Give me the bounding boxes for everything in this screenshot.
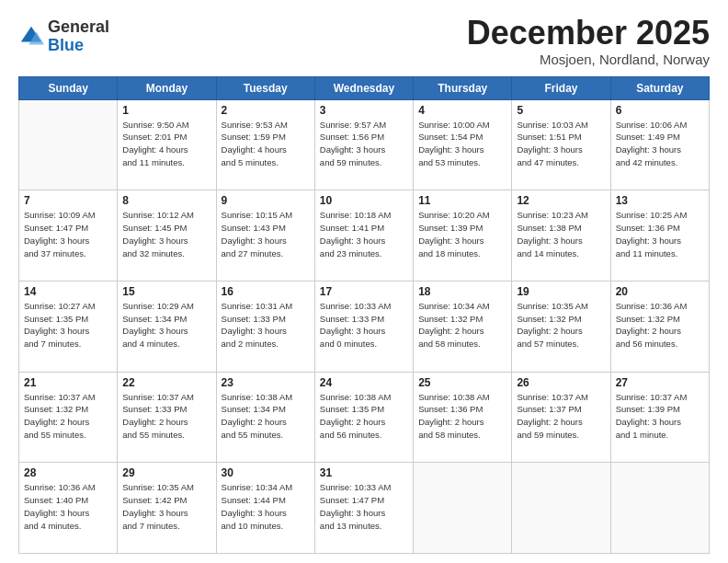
day-info: Sunrise: 10:27 AM Sunset: 1:35 PM Daylig…	[24, 300, 112, 350]
calendar-cell: 12Sunrise: 10:23 AM Sunset: 1:38 PM Dayl…	[512, 190, 610, 282]
weekday-saturday: Saturday	[610, 76, 709, 99]
day-info: Sunrise: 9:57 AM Sunset: 1:56 PM Dayligh…	[320, 119, 408, 169]
day-number: 2	[222, 104, 310, 117]
week-row-3: 14Sunrise: 10:27 AM Sunset: 1:35 PM Dayl…	[19, 281, 710, 372]
day-number: 16	[222, 285, 310, 298]
day-info: Sunrise: 10:29 AM Sunset: 1:34 PM Daylig…	[122, 300, 210, 350]
day-number: 23	[222, 376, 310, 389]
calendar-cell: 16Sunrise: 10:31 AM Sunset: 1:33 PM Dayl…	[216, 281, 314, 372]
title-block: December 2025 Mosjoen, Nordland, Norway	[467, 15, 710, 67]
day-number: 30	[222, 466, 310, 479]
day-number: 4	[418, 104, 506, 117]
day-number: 20	[616, 285, 704, 298]
day-number: 5	[517, 104, 605, 117]
calendar-cell	[512, 463, 610, 554]
logo-icon	[18, 24, 44, 50]
calendar-cell: 8Sunrise: 10:12 AM Sunset: 1:45 PM Dayli…	[118, 190, 216, 282]
calendar-cell: 2Sunrise: 9:53 AM Sunset: 1:59 PM Daylig…	[216, 99, 314, 190]
calendar-cell: 25Sunrise: 10:38 AM Sunset: 1:36 PM Dayl…	[414, 372, 512, 463]
calendar-cell: 14Sunrise: 10:27 AM Sunset: 1:35 PM Dayl…	[19, 281, 118, 372]
weekday-thursday: Thursday	[414, 76, 512, 99]
day-info: Sunrise: 10:35 AM Sunset: 1:32 PM Daylig…	[517, 300, 605, 350]
day-number: 27	[616, 376, 704, 389]
day-info: Sunrise: 10:20 AM Sunset: 1:39 PM Daylig…	[418, 209, 506, 259]
calendar-cell: 1Sunrise: 9:50 AM Sunset: 2:01 PM Daylig…	[118, 99, 216, 190]
calendar-cell: 22Sunrise: 10:37 AM Sunset: 1:33 PM Dayl…	[118, 372, 216, 463]
calendar-cell: 15Sunrise: 10:29 AM Sunset: 1:34 PM Dayl…	[118, 281, 216, 372]
calendar-cell: 31Sunrise: 10:33 AM Sunset: 1:47 PM Dayl…	[314, 463, 413, 554]
weekday-sunday: Sunday	[19, 76, 118, 99]
calendar-cell: 26Sunrise: 10:37 AM Sunset: 1:37 PM Dayl…	[512, 372, 610, 463]
day-info: Sunrise: 10:35 AM Sunset: 1:42 PM Daylig…	[122, 481, 210, 532]
day-number: 1	[122, 104, 210, 117]
day-number: 29	[122, 466, 210, 479]
day-info: Sunrise: 10:06 AM Sunset: 1:49 PM Daylig…	[616, 119, 704, 169]
day-info: Sunrise: 10:38 AM Sunset: 1:35 PM Daylig…	[320, 391, 408, 442]
calendar-cell: 19Sunrise: 10:35 AM Sunset: 1:32 PM Dayl…	[512, 281, 610, 372]
calendar-cell	[19, 99, 118, 190]
location: Mosjoen, Nordland, Norway	[467, 52, 710, 67]
calendar-cell	[414, 463, 512, 554]
day-info: Sunrise: 10:34 AM Sunset: 1:32 PM Daylig…	[418, 300, 506, 350]
month-title: December 2025	[467, 15, 710, 52]
weekday-wednesday: Wednesday	[314, 76, 413, 99]
day-number: 24	[320, 376, 408, 389]
day-info: Sunrise: 10:12 AM Sunset: 1:45 PM Daylig…	[122, 209, 210, 259]
day-number: 6	[616, 104, 704, 117]
day-info: Sunrise: 10:33 AM Sunset: 1:33 PM Daylig…	[320, 300, 408, 350]
calendar-cell: 30Sunrise: 10:34 AM Sunset: 1:44 PM Dayl…	[216, 463, 314, 554]
calendar-cell: 17Sunrise: 10:33 AM Sunset: 1:33 PM Dayl…	[314, 281, 413, 372]
day-info: Sunrise: 10:09 AM Sunset: 1:47 PM Daylig…	[24, 209, 112, 259]
weekday-header: SundayMondayTuesdayWednesdayThursdayFrid…	[19, 76, 710, 99]
calendar-cell: 7Sunrise: 10:09 AM Sunset: 1:47 PM Dayli…	[19, 190, 118, 282]
day-number: 9	[222, 194, 310, 207]
calendar-cell: 23Sunrise: 10:38 AM Sunset: 1:34 PM Dayl…	[216, 372, 314, 463]
calendar-cell: 6Sunrise: 10:06 AM Sunset: 1:49 PM Dayli…	[610, 99, 709, 190]
day-info: Sunrise: 9:50 AM Sunset: 2:01 PM Dayligh…	[122, 119, 210, 169]
day-info: Sunrise: 10:33 AM Sunset: 1:47 PM Daylig…	[320, 481, 408, 532]
day-info: Sunrise: 10:37 AM Sunset: 1:37 PM Daylig…	[517, 391, 605, 442]
calendar-cell: 29Sunrise: 10:35 AM Sunset: 1:42 PM Dayl…	[118, 463, 216, 554]
day-number: 22	[122, 376, 210, 389]
day-info: Sunrise: 10:31 AM Sunset: 1:33 PM Daylig…	[222, 300, 310, 350]
logo-blue: Blue	[48, 37, 109, 55]
day-info: Sunrise: 9:53 AM Sunset: 1:59 PM Dayligh…	[222, 119, 310, 169]
day-info: Sunrise: 10:38 AM Sunset: 1:36 PM Daylig…	[418, 391, 506, 442]
day-info: Sunrise: 10:37 AM Sunset: 1:33 PM Daylig…	[122, 391, 210, 442]
header: General Blue December 2025 Mosjoen, Nord…	[18, 15, 710, 67]
calendar-cell: 24Sunrise: 10:38 AM Sunset: 1:35 PM Dayl…	[314, 372, 413, 463]
day-info: Sunrise: 10:37 AM Sunset: 1:39 PM Daylig…	[616, 391, 704, 442]
calendar-cell: 10Sunrise: 10:18 AM Sunset: 1:41 PM Dayl…	[314, 190, 413, 282]
day-number: 8	[122, 194, 210, 207]
week-row-2: 7Sunrise: 10:09 AM Sunset: 1:47 PM Dayli…	[19, 190, 710, 282]
day-number: 25	[418, 376, 506, 389]
day-number: 13	[616, 194, 704, 207]
day-number: 14	[24, 285, 112, 298]
day-number: 11	[418, 194, 506, 207]
day-info: Sunrise: 10:15 AM Sunset: 1:43 PM Daylig…	[222, 209, 310, 259]
calendar-cell: 18Sunrise: 10:34 AM Sunset: 1:32 PM Dayl…	[414, 281, 512, 372]
day-number: 15	[122, 285, 210, 298]
day-number: 18	[418, 285, 506, 298]
day-number: 12	[517, 194, 605, 207]
day-number: 10	[320, 194, 408, 207]
calendar-cell: 9Sunrise: 10:15 AM Sunset: 1:43 PM Dayli…	[216, 190, 314, 282]
calendar-cell: 13Sunrise: 10:25 AM Sunset: 1:36 PM Dayl…	[610, 190, 709, 282]
calendar-cell: 21Sunrise: 10:37 AM Sunset: 1:32 PM Dayl…	[19, 372, 118, 463]
day-number: 19	[517, 285, 605, 298]
day-number: 7	[24, 194, 112, 207]
day-info: Sunrise: 10:25 AM Sunset: 1:36 PM Daylig…	[616, 209, 704, 259]
weekday-friday: Friday	[512, 76, 610, 99]
day-number: 17	[320, 285, 408, 298]
day-number: 31	[320, 466, 408, 479]
calendar-body: 1Sunrise: 9:50 AM Sunset: 2:01 PM Daylig…	[19, 99, 710, 553]
page: General Blue December 2025 Mosjoen, Nord…	[0, 0, 728, 563]
day-info: Sunrise: 10:00 AM Sunset: 1:54 PM Daylig…	[418, 119, 506, 169]
day-info: Sunrise: 10:36 AM Sunset: 1:32 PM Daylig…	[616, 300, 704, 350]
logo-text: General Blue	[48, 18, 109, 55]
logo-general: General	[48, 18, 109, 37]
calendar-cell: 4Sunrise: 10:00 AM Sunset: 1:54 PM Dayli…	[414, 99, 512, 190]
day-number: 28	[24, 466, 112, 479]
day-info: Sunrise: 10:18 AM Sunset: 1:41 PM Daylig…	[320, 209, 408, 259]
day-info: Sunrise: 10:38 AM Sunset: 1:34 PM Daylig…	[222, 391, 310, 442]
